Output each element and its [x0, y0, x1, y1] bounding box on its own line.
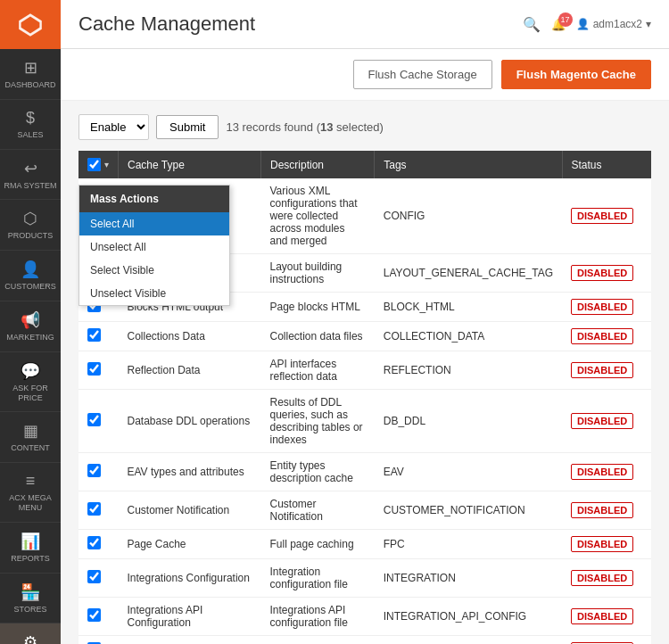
sidebar-item-rma[interactable]: ↩ RMA SYSTEM: [0, 150, 61, 201]
td-cache-type-6: EAV types and attributes: [119, 453, 261, 491]
td-description-4: API interfaces reflection data: [261, 351, 375, 390]
dashboard-icon: ⊞: [24, 58, 37, 78]
user-info[interactable]: 👤 adm1acx2 ▾: [576, 18, 651, 30]
mass-actions-dropdown: Mass Actions Select All Unselect All Sel…: [78, 185, 230, 306]
th-tags: Tags: [375, 151, 562, 178]
status-badge-5: DISABLED: [571, 413, 633, 429]
row-checkbox-10[interactable]: [87, 608, 101, 622]
sidebar-item-label: CUSTOMERS: [4, 282, 55, 292]
reports-icon: 📊: [21, 532, 40, 551]
sidebar-item-sales[interactable]: $ SALES: [0, 100, 61, 150]
dropdown-item-select-all[interactable]: Select All: [79, 212, 229, 235]
search-icon[interactable]: 🔍: [523, 16, 541, 33]
dropdown-arrow-icon: ▾: [646, 18, 651, 30]
row-checkbox-5[interactable]: [87, 413, 101, 426]
td-cache-type-5: Database DDL operations: [119, 390, 261, 453]
table-row: Customer Notification Customer Notificat…: [78, 491, 651, 530]
submit-button[interactable]: Submit: [156, 115, 219, 139]
td-cache-type-11: Translations: [119, 636, 261, 645]
table-row: Integrations API Configuration Integrati…: [78, 598, 651, 636]
status-badge-3: DISABLED: [571, 328, 633, 344]
td-description-9: Integration configuration file: [261, 559, 375, 598]
row-checkbox-3[interactable]: [87, 328, 101, 342]
dropdown-item-select-visible[interactable]: Select Visible: [79, 259, 229, 282]
table-row: Integrations Configuration Integration c…: [78, 559, 651, 598]
td-checkbox-9: [78, 559, 119, 598]
td-cache-type-4: Reflection Data: [119, 351, 261, 390]
td-tags-7: CUSTOMER_NOTIFICATION: [375, 491, 562, 530]
status-badge-8: DISABLED: [571, 536, 633, 552]
sidebar-item-label: PRODUCTS: [8, 231, 54, 241]
system-icon: ⚙: [23, 632, 37, 644]
notification-bell[interactable]: 🔔 17: [551, 18, 566, 31]
sidebar-item-ask-for-price[interactable]: 💬 ASK FOR PRICE: [0, 352, 61, 413]
th-checkbox: ▾: [78, 151, 119, 178]
td-description-10: Integrations API configuration file: [261, 598, 375, 636]
marketing-icon: 📢: [21, 310, 40, 330]
td-status-4: DISABLED: [562, 351, 651, 390]
status-badge-7: DISABLED: [571, 502, 633, 518]
dropdown-trigger-icon[interactable]: ▾: [104, 160, 109, 169]
status-badge-10: DISABLED: [571, 608, 633, 624]
th-cache-type: Cache Type: [119, 151, 261, 178]
sidebar-item-marketing[interactable]: 📢 MARKETING: [0, 301, 61, 352]
topbar-right: 🔍 🔔 17 👤 adm1acx2 ▾: [523, 16, 651, 33]
table-row: Page Cache Full page caching FPC DISABLE…: [78, 530, 651, 559]
table-wrapper: Mass Actions Select All Unselect All Sel…: [78, 151, 651, 644]
sidebar-item-system[interactable]: ⚙ SYSTEM: [0, 623, 61, 644]
sidebar-item-dashboard[interactable]: ⊞ DASHBOARD: [0, 49, 61, 100]
td-description-7: Customer Notification: [261, 491, 375, 530]
row-checkbox-7[interactable]: [87, 502, 101, 516]
td-cache-type-10: Integrations API Configuration: [119, 598, 261, 636]
td-cache-type-8: Page Cache: [119, 530, 261, 559]
status-badge-9: DISABLED: [571, 570, 633, 586]
main-content: Cache Management 🔍 🔔 17 👤 adm1acx2 ▾ Flu…: [61, 0, 669, 644]
sidebar-item-label: ASK FOR PRICE: [4, 384, 57, 403]
sidebar-item-customers[interactable]: 👤 CUSTOMERS: [0, 251, 61, 301]
sidebar-item-stores[interactable]: 🏪 STORES: [0, 574, 61, 624]
th-description: Description: [261, 151, 375, 178]
td-checkbox-6: [78, 453, 119, 491]
td-status-3: DISABLED: [562, 322, 651, 351]
td-checkbox-7: [78, 491, 119, 530]
td-status-11: DISABLED: [562, 636, 651, 645]
td-checkbox-3: [78, 322, 119, 351]
status-badge-0: DISABLED: [571, 208, 633, 224]
row-checkbox-6[interactable]: [87, 464, 101, 477]
status-badge-4: DISABLED: [571, 362, 633, 378]
status-badge-1: DISABLED: [571, 265, 633, 281]
td-description-2: Page blocks HTML: [261, 293, 375, 322]
row-checkbox-8[interactable]: [87, 536, 101, 549]
td-description-3: Collection data files: [261, 322, 375, 351]
td-tags-1: LAYOUT_GENERAL_CACHE_TAG: [375, 254, 562, 293]
td-status-0: DISABLED: [562, 178, 651, 254]
td-tags-5: DB_DDL: [375, 390, 562, 453]
notification-count: 17: [558, 12, 573, 27]
sidebar-item-reports[interactable]: 📊 REPORTS: [0, 523, 61, 574]
sidebar-item-acx-mega-menu[interactable]: ≡ ACX MEGA MENU: [0, 463, 61, 523]
rma-icon: ↩: [24, 159, 37, 178]
dropdown-item-unselect-visible[interactable]: Unselect Visible: [79, 282, 229, 305]
select-all-checkbox[interactable]: [87, 158, 101, 171]
sidebar-logo[interactable]: [0, 0, 61, 49]
sidebar-item-products[interactable]: ⬡ PRODUCTS: [0, 200, 61, 251]
row-checkbox-4[interactable]: [87, 362, 101, 376]
td-status-10: DISABLED: [562, 598, 651, 636]
content-area: Enable Submit 13 records found (13 selec…: [61, 101, 669, 644]
flush-cache-storage-button[interactable]: Flush Cache Storage: [353, 60, 492, 89]
td-status-5: DISABLED: [562, 390, 651, 453]
td-cache-type-3: Collections Data: [119, 322, 261, 351]
row-checkbox-9[interactable]: [87, 570, 101, 583]
acx-icon: ≡: [26, 472, 36, 491]
flush-magento-cache-button[interactable]: Flush Magento Cache: [501, 60, 651, 89]
stores-icon: 🏪: [21, 582, 40, 602]
sidebar-item-label: CONTENT: [11, 443, 50, 453]
dropdown-item-unselect-all[interactable]: Unselect All: [79, 235, 229, 259]
td-status-2: DISABLED: [562, 293, 651, 322]
sidebar-item-label: RMA SYSTEM: [4, 181, 56, 191]
sidebar-item-content[interactable]: ▦ CONTENT: [0, 412, 61, 463]
page-title: Cache Management: [78, 12, 255, 36]
action-bar: Flush Cache Storage Flush Magento Cache: [61, 49, 669, 101]
enable-select[interactable]: Enable: [78, 114, 149, 140]
table-row: Database DDL operations Results of DDL q…: [78, 390, 651, 453]
